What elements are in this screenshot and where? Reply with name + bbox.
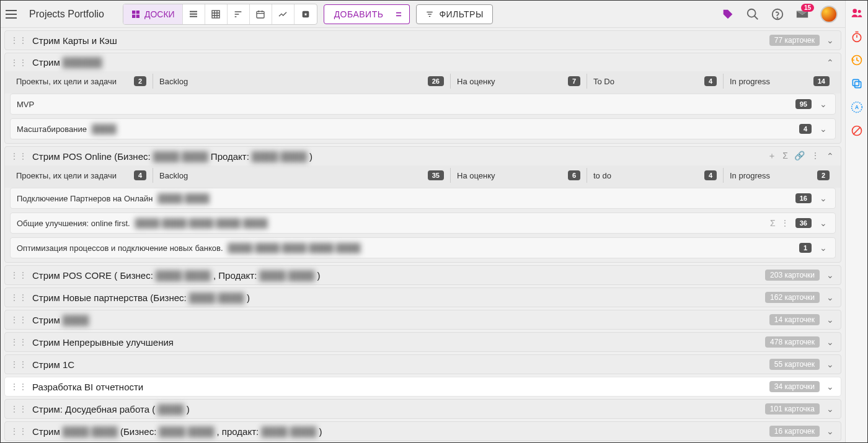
stream-header[interactable]: ⋮⋮Стрим POS CORE ( Бизнес: ████ ████, Пр… [5,266,841,284]
view-list-icon[interactable] [183,4,205,24]
svg-rect-6 [190,15,197,17]
column-name: На оценку [457,171,495,180]
stream-header[interactable]: ⋮⋮Стрим Новые партнерства (Бизнес: ████ … [5,288,841,307]
view-boards[interactable]: ДОСКИ [123,4,183,24]
stream-row: ⋮⋮Стрим Непрерывные улучшения478 карточе… [4,332,841,352]
svg-rect-3 [136,14,140,17]
column-badge: 4 [704,76,717,86]
column-header[interactable]: Проекты, их цели и задачи4 [10,168,153,183]
column-header[interactable]: To Do4 [587,74,723,89]
block-icon[interactable] [851,125,863,137]
chevron-icon[interactable]: ⌄ [825,270,836,280]
view-favorite-icon[interactable] [294,4,317,24]
drag-handle-icon[interactable]: ⋮⋮ [10,315,27,325]
drag-handle-icon[interactable]: ⋮⋮ [10,35,27,45]
column-header[interactable]: to do4 [587,168,723,183]
add-more-icon[interactable] [388,4,410,24]
stream-title: Стрим Новые партнерства (Бизнес: ████ ██… [32,292,250,303]
column-name: Проекты, их цели и задачи [16,171,117,180]
link-icon[interactable]: 🔗 [794,151,805,162]
stream-header[interactable]: ⋮⋮Стрим POS Online (Бизнес: ████ ████ Пр… [5,147,841,165]
column-header[interactable]: Проекты, их цели и задачи2 [10,74,153,89]
chevron-icon[interactable]: ⌄ [825,426,836,436]
drag-handle-icon[interactable]: ⋮⋮ [10,58,27,68]
column-header[interactable]: In progress14 [723,74,836,89]
chevron-icon[interactable]: ⌄ [825,315,836,325]
stream-header[interactable]: ⋮⋮Стрим 1С55 карточек⌄ [5,355,841,374]
sub-title: Оптимизация процессов и подключение новы… [17,243,223,253]
history-icon[interactable] [851,54,863,66]
search-icon[interactable] [746,7,760,21]
stream-header[interactable]: ⋮⋮Разработка BI отчетности34 карточки⌄ [5,377,841,396]
stream-row: ⋮⋮Стрим ████ ████ (Бизнес: ████ ████, пр… [4,421,841,441]
column-header[interactable]: На оценку7 [450,74,587,89]
column-badge: 2 [817,170,830,180]
settings-a-icon[interactable]: A [851,101,863,113]
notifications-icon[interactable]: 15 [795,7,809,21]
stream-header[interactable]: ⋮⋮Стрим: Досудебная работа (████)101 кар… [5,400,841,418]
chevron-icon[interactable]: ⌄ [825,292,836,302]
avatar[interactable] [820,6,838,23]
drag-handle-icon[interactable]: ⋮⋮ [10,270,27,280]
column-header[interactable]: Backlog35 [153,168,450,183]
column-header[interactable]: Backlog26 [153,74,450,89]
stream-row: ⋮⋮Стрим POS CORE ( Бизнес: ████ ████, Пр… [4,265,841,285]
stream-header[interactable]: ⋮⋮Стрим██████⌃ [5,53,841,71]
drag-handle-icon[interactable]: ⋮⋮ [10,359,27,369]
sub-badge: 95 [795,99,812,109]
view-chart-icon[interactable] [272,4,294,24]
chevron-icon[interactable]: ⌄ [825,35,836,45]
svg-line-40 [853,127,861,134]
add-button[interactable]: ДОБАВИТЬ [324,4,394,24]
drag-handle-icon[interactable]: ⋮⋮ [10,404,27,414]
column-badge: 14 [813,76,830,86]
sum-icon[interactable]: Σ [782,151,788,162]
menu-icon[interactable] [6,7,20,22]
sum-icon[interactable]: Σ [770,218,776,228]
help-icon[interactable] [771,7,784,21]
stream-header[interactable]: ⋮⋮Стрим████14 карточек⌄ [5,310,841,329]
sub-row[interactable]: MVP95⌄ [10,94,836,115]
column-name: На оценку [457,77,495,86]
chevron-icon[interactable]: ⌃ [825,151,836,161]
drag-handle-icon[interactable]: ⋮⋮ [10,337,27,347]
view-calendar-icon[interactable] [250,4,272,24]
chevron-icon[interactable]: ⌃ [825,58,836,68]
copy-icon[interactable] [851,77,863,90]
chevron-icon[interactable]: ⌄ [825,404,836,414]
sub-row[interactable]: Подключение Партнеров на Онлайн████ ████… [10,188,836,209]
column-header[interactable]: На оценку6 [450,168,587,183]
drag-handle-icon[interactable]: ⋮⋮ [10,426,27,436]
more-icon[interactable]: ⋮ [811,151,820,162]
chevron-down-icon[interactable]: ⌄ [818,243,829,253]
chevron-down-icon[interactable]: ⌄ [818,218,829,228]
notifications-badge: 15 [801,4,814,12]
add-icon[interactable]: ＋ [768,151,776,162]
view-sort-icon[interactable] [228,4,250,24]
people-icon[interactable] [851,7,863,19]
stream-header[interactable]: ⋮⋮Стрим ████ ████ (Бизнес: ████ ████, пр… [5,422,841,441]
stopwatch-icon[interactable] [851,30,863,43]
tag-icon[interactable] [721,7,735,21]
chevron-down-icon[interactable]: ⌄ [818,124,829,134]
stream-header[interactable]: ⋮⋮Стрим Карты и Кэш77 карточек⌄ [5,31,841,50]
sub-row[interactable]: Оптимизация процессов и подключение новы… [10,237,836,258]
drag-handle-icon[interactable]: ⋮⋮ [10,382,27,392]
chevron-icon[interactable]: ⌄ [825,337,836,347]
chevron-down-icon[interactable]: ⌄ [818,193,829,203]
sub-row[interactable]: Общие улучшения: online first.████ ████ … [10,213,836,234]
svg-point-26 [748,9,756,17]
more-icon[interactable]: ⋮ [781,218,789,228]
stream-row: ⋮⋮Стрим Новые партнерства (Бизнес: ████ … [4,287,841,307]
filters-button[interactable]: ФИЛЬТРЫ [416,4,492,24]
drag-handle-icon[interactable]: ⋮⋮ [10,292,27,302]
stream-header[interactable]: ⋮⋮Стрим Непрерывные улучшения478 карточе… [5,333,841,351]
view-grid-icon[interactable] [205,4,228,24]
sub-row[interactable]: Масштабирование████4⌄ [10,118,836,139]
chevron-down-icon[interactable]: ⌄ [818,99,829,109]
svg-rect-5 [190,13,197,14]
drag-handle-icon[interactable]: ⋮⋮ [10,151,27,161]
column-header[interactable]: In progress2 [723,168,836,183]
chevron-icon[interactable]: ⌄ [825,359,836,369]
chevron-icon[interactable]: ⌄ [825,382,836,392]
